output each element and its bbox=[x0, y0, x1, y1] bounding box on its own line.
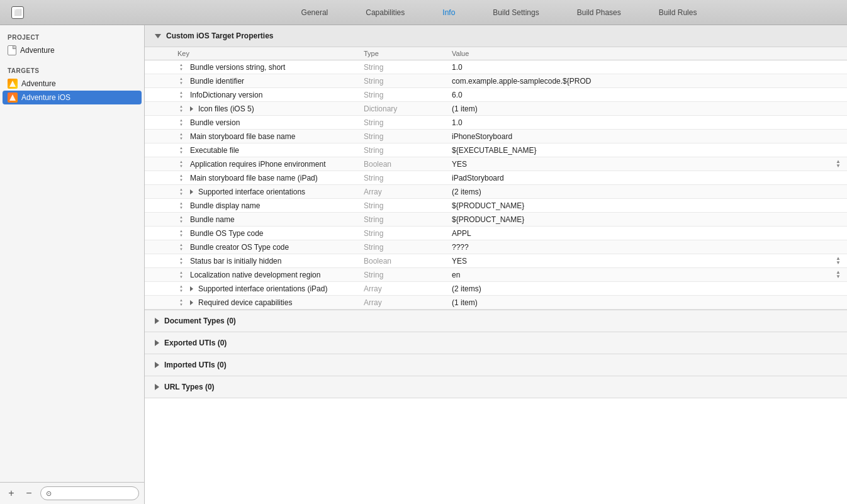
tab-bar-left: ⬜ bbox=[6, 6, 151, 19]
add-target-button[interactable]: + bbox=[5, 487, 18, 500]
key-label-1: Bundle identifier bbox=[190, 77, 244, 86]
prop-value-16[interactable]: (2 items) bbox=[447, 283, 847, 295]
value-stepper-7[interactable]: ▲▼ bbox=[834, 160, 842, 169]
table-row: ▲▼ InfoDictionary version String 6.0 bbox=[145, 88, 847, 102]
table-row: ▲▼ Bundle display name String ${PRODUCT_… bbox=[145, 199, 847, 213]
stepper-17[interactable]: ▲▼ bbox=[177, 298, 185, 307]
svg-marker-1 bbox=[9, 94, 16, 101]
sidebar-item-adventure-target[interactable]: Adventure bbox=[0, 77, 144, 91]
stepper-0[interactable]: ▲▼ bbox=[177, 63, 185, 72]
prop-value-15[interactable]: en ▲▼ bbox=[447, 269, 847, 281]
adventure-ios-label: Adventure iOS bbox=[21, 93, 70, 102]
key-label-2: InfoDictionary version bbox=[190, 91, 262, 99]
exported-utis-section[interactable]: Exported UTIs (0) bbox=[145, 332, 847, 354]
prop-type-3: Dictionary bbox=[359, 103, 447, 115]
stepper-14[interactable]: ▲▼ bbox=[177, 257, 185, 266]
prop-value-8[interactable]: iPadStoryboard bbox=[447, 172, 847, 184]
sidebar-item-adventure-project[interactable]: Adventure bbox=[0, 43, 144, 57]
key-label-15: Localization native development region bbox=[190, 271, 320, 279]
prop-value-14[interactable]: YES ▲▼ bbox=[447, 255, 847, 267]
prop-type-17: Array bbox=[359, 296, 447, 309]
project-section-label: PROJECT bbox=[0, 30, 144, 43]
stepper-10[interactable]: ▲▼ bbox=[177, 201, 185, 210]
prop-value-12[interactable]: APPL bbox=[447, 227, 847, 240]
stepper-11[interactable]: ▲▼ bbox=[177, 215, 185, 224]
prop-key-9: ▲▼ Supported interface orientations bbox=[145, 186, 359, 198]
url-types-section[interactable]: URL Types (0) bbox=[145, 376, 847, 398]
document-types-section[interactable]: Document Types (0) bbox=[145, 310, 847, 332]
tab-bar: ⬜ General Capabilities Info Build Settin… bbox=[0, 0, 847, 25]
stepper-6[interactable]: ▲▼ bbox=[177, 146, 185, 155]
col-header-type: Type bbox=[359, 50, 447, 57]
table-row: ▲▼ Localization native development regio… bbox=[145, 268, 847, 282]
prop-key-6: ▲▼ Executable file bbox=[145, 144, 359, 157]
prop-type-9: Array bbox=[359, 186, 447, 198]
table-row: ▲▼ Bundle identifier String com.example.… bbox=[145, 74, 847, 88]
table-row: ▲▼ Main storyboard file base name String… bbox=[145, 130, 847, 143]
tab-build-phases[interactable]: Build Phases bbox=[558, 0, 640, 25]
adventure-target-icon bbox=[8, 79, 18, 89]
row-expand-icon-3[interactable] bbox=[190, 104, 193, 113]
table-row: ▲▼ Icon files (iOS 5) Dictionary (1 item… bbox=[145, 102, 847, 116]
tab-build-settings[interactable]: Build Settings bbox=[474, 0, 558, 25]
prop-value-7[interactable]: YES ▲▼ bbox=[447, 158, 847, 171]
row-expand-icon-9[interactable] bbox=[190, 188, 193, 196]
stepper-3[interactable]: ▲▼ bbox=[177, 104, 185, 113]
prop-value-17[interactable]: (1 item) bbox=[447, 296, 847, 309]
stepper-9[interactable]: ▲▼ bbox=[177, 188, 185, 196]
table-row: ▲▼ Bundle versions string, short String … bbox=[145, 60, 847, 74]
key-label-3: Icon files (iOS 5) bbox=[198, 104, 254, 113]
custom-properties-title: Custom iOS Target Properties bbox=[166, 31, 273, 40]
stepper-1[interactable]: ▲▼ bbox=[177, 77, 185, 86]
row-expand-icon-16[interactable] bbox=[190, 284, 193, 293]
prop-value-13[interactable]: ???? bbox=[447, 241, 847, 254]
prop-value-4[interactable]: 1.0 bbox=[447, 116, 847, 129]
stepper-15[interactable]: ▲▼ bbox=[177, 271, 185, 279]
key-label-11: Bundle name bbox=[190, 215, 235, 224]
prop-value-5[interactable]: iPhoneStoryboard bbox=[447, 130, 847, 143]
table-row: ▲▼ Bundle version String 1.0 bbox=[145, 116, 847, 130]
prop-value-2[interactable]: 6.0 bbox=[447, 89, 847, 101]
prop-value-9[interactable]: (2 items) bbox=[447, 186, 847, 198]
prop-type-0: String bbox=[359, 61, 447, 74]
row-expand-icon-17[interactable] bbox=[190, 298, 193, 307]
key-label-13: Bundle creator OS Type code bbox=[190, 243, 289, 252]
props-rows: ▲▼ Bundle versions string, short String … bbox=[145, 60, 847, 310]
value-stepper-15[interactable]: ▲▼ bbox=[834, 271, 842, 279]
custom-properties-header[interactable]: Custom iOS Target Properties bbox=[145, 25, 847, 47]
prop-key-10: ▲▼ Bundle display name bbox=[145, 199, 359, 212]
prop-key-11: ▲▼ Bundle name bbox=[145, 213, 359, 226]
prop-value-3[interactable]: (1 item) bbox=[447, 103, 847, 115]
prop-value-11[interactable]: ${PRODUCT_NAME} bbox=[447, 213, 847, 226]
prop-value-10[interactable]: ${PRODUCT_NAME} bbox=[447, 199, 847, 212]
stepper-16[interactable]: ▲▼ bbox=[177, 284, 185, 293]
tab-build-rules[interactable]: Build Rules bbox=[640, 0, 716, 25]
imported-utis-section[interactable]: Imported UTIs (0) bbox=[145, 354, 847, 376]
prop-value-6[interactable]: ${EXECUTABLE_NAME} bbox=[447, 144, 847, 157]
sidebar-item-adventure-ios[interactable]: Adventure iOS bbox=[3, 91, 142, 104]
sidebar-footer: + − ⊙ bbox=[0, 482, 144, 504]
prop-value-0[interactable]: 1.0 bbox=[447, 61, 847, 74]
tab-capabilities[interactable]: Capabilities bbox=[347, 0, 424, 25]
stepper-13[interactable]: ▲▼ bbox=[177, 243, 185, 252]
stepper-12[interactable]: ▲▼ bbox=[177, 229, 185, 238]
stepper-5[interactable]: ▲▼ bbox=[177, 132, 185, 141]
stepper-2[interactable]: ▲▼ bbox=[177, 91, 185, 99]
prop-value-1[interactable]: com.example.apple-samplecode.${PROD bbox=[447, 75, 847, 87]
stepper-8[interactable]: ▲▼ bbox=[177, 174, 185, 182]
url-types-expand-icon bbox=[155, 384, 159, 390]
sidebar-content: PROJECT Adventure TARGETS Adventure Adve… bbox=[0, 25, 144, 482]
prop-type-1: String bbox=[359, 75, 447, 87]
custom-properties-section: Custom iOS Target Properties Key Type Va… bbox=[145, 25, 847, 310]
remove-target-button[interactable]: − bbox=[23, 487, 35, 500]
key-label-8: Main storyboard file base name (iPad) bbox=[190, 174, 318, 182]
tab-info[interactable]: Info bbox=[424, 0, 474, 25]
prop-key-5: ▲▼ Main storyboard file base name bbox=[145, 130, 359, 143]
tab-general[interactable]: General bbox=[283, 0, 347, 25]
stepper-7[interactable]: ▲▼ bbox=[177, 160, 185, 169]
key-label-6: Executable file bbox=[190, 146, 239, 155]
table-row: ▲▼ Bundle name String ${PRODUCT_NAME} bbox=[145, 213, 847, 227]
value-stepper-14[interactable]: ▲▼ bbox=[834, 257, 842, 266]
stepper-4[interactable]: ▲▼ bbox=[177, 118, 185, 127]
scope-button[interactable]: ⊙ bbox=[40, 486, 139, 500]
